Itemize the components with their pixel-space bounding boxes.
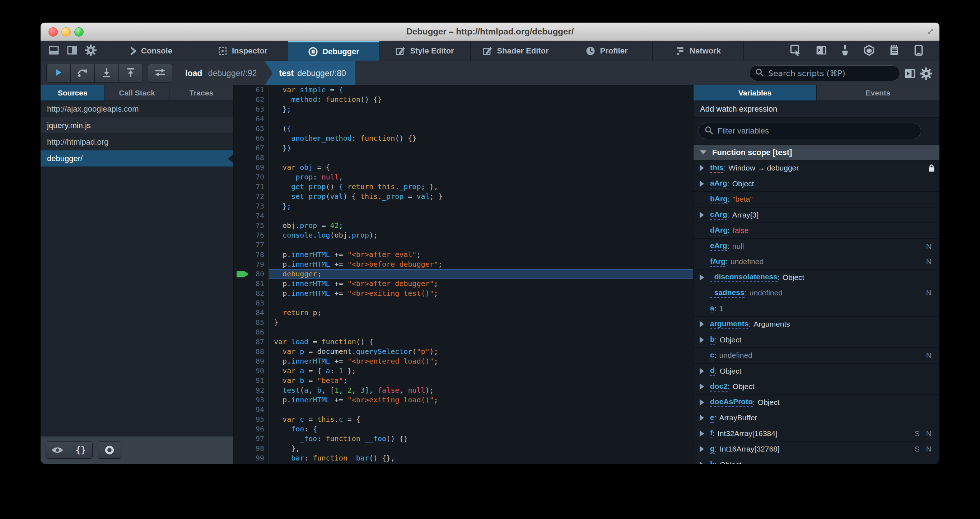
variable-value[interactable]: ArrayBuffer [719, 414, 757, 422]
code-line[interactable]: 61 var simple = { [234, 85, 693, 95]
resume-button[interactable] [47, 64, 71, 82]
code-line[interactable]: 67 }) [234, 143, 693, 153]
line-number-gutter[interactable]: 68 [234, 153, 269, 162]
variable-value[interactable]: Object [720, 460, 741, 464]
line-number-gutter[interactable]: 96 [234, 424, 269, 434]
variable-value[interactable]: "beta" [733, 195, 753, 204]
variable-row[interactable]: doc2: Object [694, 379, 939, 395]
variable-name[interactable]: arguments [710, 320, 748, 329]
code-line[interactable]: 83 [234, 298, 693, 308]
variable-row[interactable]: bArg: "beta" [694, 192, 939, 207]
line-number-gutter[interactable]: 66 [234, 134, 269, 143]
debugger-settings-gear-icon[interactable] [920, 67, 932, 81]
title-bar[interactable]: Debugger – http://htmlpad.org/debugger/ [41, 22, 939, 41]
variable-value[interactable]: Object [758, 398, 780, 407]
variable-name[interactable]: e [710, 413, 714, 423]
line-number-gutter[interactable]: 81 [234, 279, 269, 288]
variable-name[interactable]: docAsProto [710, 397, 753, 407]
variable-value[interactable]: Object [783, 273, 805, 282]
variable-name[interactable]: d [710, 366, 715, 376]
variable-name[interactable]: b [710, 335, 715, 345]
variable-row[interactable]: arguments: Arguments [694, 317, 939, 332]
expand-arrow[interactable] [694, 165, 710, 171]
variable-row[interactable]: h: Object [694, 457, 939, 464]
line-number-gutter[interactable]: 84 [234, 308, 269, 318]
code-line[interactable]: 90 var a = { a: 1 }; [234, 366, 693, 376]
expand-arrow[interactable] [694, 399, 710, 406]
code-line[interactable]: 94 [234, 405, 693, 415]
filter-variables-box[interactable] [698, 123, 921, 139]
scratchpad-icon[interactable] [889, 45, 899, 57]
variable-row[interactable]: dArg: false [694, 223, 939, 239]
tilt-3d-icon[interactable] [863, 45, 875, 57]
line-number-gutter[interactable]: 74 [234, 211, 269, 221]
code-line[interactable]: 62 method: function() {} [234, 95, 693, 104]
line-number-gutter[interactable]: 67 [234, 143, 269, 153]
variable-name[interactable]: g [710, 444, 715, 454]
variable-name[interactable]: dArg [710, 226, 728, 236]
code-editor[interactable]: 61 var simple = {62 method: function() {… [234, 85, 693, 464]
line-number-gutter[interactable]: 78 [234, 250, 269, 260]
paintbrush-icon[interactable] [841, 45, 849, 57]
line-number-gutter[interactable]: 93 [234, 395, 269, 405]
line-number-gutter[interactable]: 69 [234, 162, 269, 172]
scope-header[interactable]: Function scope [test] [694, 145, 939, 161]
variable-value[interactable]: Object [720, 367, 741, 376]
line-number-gutter[interactable]: 94 [234, 405, 269, 415]
code-line[interactable]: 74 [234, 211, 693, 221]
code-line[interactable]: 78 p.innerHTML += "<br>after eval"; [234, 250, 693, 260]
panel-tab-events[interactable]: Events [817, 85, 939, 100]
line-number-gutter[interactable]: 80 [234, 269, 269, 279]
variable-name[interactable]: this [710, 163, 723, 173]
line-number-gutter[interactable]: 71 [234, 182, 269, 192]
code-line[interactable]: 76 console.log(obj.prop); [234, 231, 693, 240]
line-number-gutter[interactable]: 91 [234, 376, 269, 385]
code-line[interactable]: 84 return p; [234, 308, 693, 318]
source-item[interactable]: jquery.min.js [41, 117, 233, 134]
step-in-button[interactable] [95, 64, 119, 82]
line-number-gutter[interactable]: 76 [234, 231, 269, 240]
variable-name[interactable]: _sadness [710, 288, 745, 298]
pretty-print-eye-button[interactable] [46, 442, 69, 459]
tab-profiler[interactable]: Profiler [561, 41, 652, 60]
code-line[interactable]: 92 test(a, b, [1, 2, 3], false, null); [234, 385, 693, 395]
source-item[interactable]: http://htmlpad.org [41, 134, 233, 150]
line-number-gutter[interactable]: 73 [234, 201, 269, 211]
tab-debugger[interactable]: Debugger [288, 41, 379, 60]
line-number-gutter[interactable]: 72 [234, 192, 269, 201]
variable-row[interactable]: this: Window → debugger [694, 161, 939, 176]
variable-row[interactable]: e: ArrayBuffer [694, 410, 939, 426]
code-line[interactable]: 77 [234, 240, 693, 250]
blackbox-button[interactable] [148, 64, 172, 83]
tab-inspector[interactable]: Inspector [197, 41, 288, 60]
variable-value[interactable]: null [732, 242, 744, 250]
braces-button[interactable]: {} [69, 442, 92, 459]
line-number-gutter[interactable]: 63 [234, 104, 269, 114]
variable-name[interactable]: aArg [710, 179, 727, 188]
dock-bottom-icon[interactable] [49, 46, 59, 56]
line-number-gutter[interactable]: 92 [234, 385, 269, 395]
variable-value[interactable]: Array[3] [732, 211, 759, 219]
line-number-gutter[interactable]: 62 [234, 95, 269, 104]
line-number-gutter[interactable]: 95 [234, 415, 269, 424]
code-line[interactable]: 73 }; [234, 201, 693, 211]
expand-arrow[interactable] [694, 337, 710, 343]
variable-row[interactable]: d: Object [694, 364, 939, 379]
variable-name[interactable]: c [710, 351, 714, 360]
expand-arrow[interactable] [694, 446, 710, 452]
gear-icon[interactable] [85, 45, 97, 57]
variable-row[interactable]: eArg: nullN [694, 239, 939, 255]
code-line[interactable]: 87var load = function() { [234, 337, 693, 347]
variable-value[interactable]: Arguments [754, 320, 790, 328]
code-line[interactable]: 63 }; [234, 104, 693, 114]
variable-row[interactable]: b: Object [694, 332, 939, 348]
code-line[interactable]: 96 foo: { [234, 424, 693, 434]
code-line[interactable]: 99 bar: function bar() {}, [234, 453, 693, 463]
line-number-gutter[interactable]: 65 [234, 124, 269, 134]
code-line[interactable]: 68 [234, 153, 693, 162]
variable-name[interactable]: _disconsolateness [710, 272, 778, 282]
code-line[interactable]: 71 get prop() { return this._prop; }, [234, 182, 693, 192]
script-search-box[interactable] [749, 65, 900, 81]
variable-value[interactable]: 1 [719, 304, 724, 313]
line-number-gutter[interactable]: 82 [234, 288, 269, 298]
